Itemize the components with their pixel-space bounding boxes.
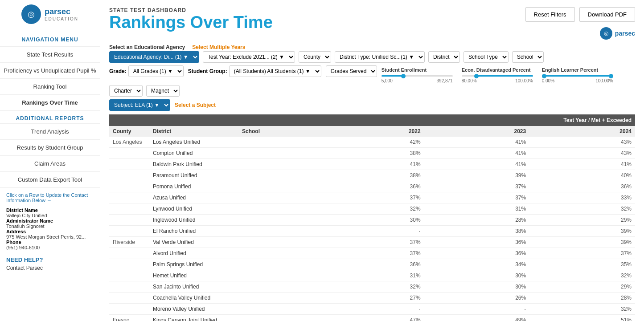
- sidebar-item-trend[interactable]: Trend Analysis: [0, 123, 100, 139]
- econ-thumb[interactable]: [474, 74, 479, 78]
- cell-2024: 39%: [529, 226, 635, 237]
- enrollment-slider: Student Enrollment 5,000 392,871: [381, 67, 453, 83]
- cell-county: [109, 170, 149, 181]
- cell-2022: 47%: [319, 315, 424, 321]
- cell-2023: 39%: [424, 170, 530, 181]
- contact-parsec-link[interactable]: Contact Parsec: [0, 265, 100, 271]
- test-year-header: Test Year / Met + Exceeded: [319, 114, 635, 126]
- address-label: Address: [6, 229, 94, 234]
- subject-row: Subject: ELA (1) ▼ Select a Subject: [109, 99, 635, 111]
- sidebar-item-student-group[interactable]: Results by Student Group: [0, 139, 100, 155]
- table-row[interactable]: Alvord Unified 37% 36% 37%: [109, 248, 635, 259]
- cell-2022: 31%: [319, 270, 424, 281]
- table-row[interactable]: El Rancho Unified - 38% 39%: [109, 226, 635, 237]
- sidebar-item-state-test[interactable]: State Test Results: [0, 46, 100, 62]
- header-right: Reset Filters Download PDF ◎ parsec: [525, 7, 635, 40]
- table-row[interactable]: Moreno Valley Unified - - 32%: [109, 304, 635, 315]
- charter-dropdown[interactable]: Charter: [109, 85, 143, 97]
- cell-2023: 31%: [424, 203, 530, 215]
- select-years-link[interactable]: Select Multiple Years: [192, 44, 245, 50]
- table-row[interactable]: Coachella Valley Unified 27% 26% 28%: [109, 293, 635, 304]
- table-row[interactable]: San Jacinto Unified 32% 30% 29%: [109, 281, 635, 293]
- econ-track[interactable]: [462, 75, 533, 77]
- grade-group: Grade: All Grades (1) ▼: [109, 65, 184, 77]
- cell-district: San Jacinto Unified: [149, 281, 238, 293]
- table-row[interactable]: Pomona Unified 36% 37% 36%: [109, 181, 635, 192]
- sidebar-item-proficiency[interactable]: Proficiency vs Unduplicated Pupil %: [0, 62, 100, 78]
- enrollment-max: 392,871: [437, 78, 453, 83]
- table-row[interactable]: Compton Unified 38% 41% 43%: [109, 148, 635, 159]
- cell-county: [109, 270, 149, 281]
- cell-2023: 41%: [424, 159, 530, 170]
- select-subject-link[interactable]: Select a Subject: [175, 102, 216, 108]
- cell-district: Hemet Unified: [149, 270, 238, 281]
- el-track[interactable]: [542, 75, 613, 77]
- cell-county: [109, 215, 149, 226]
- cell-school: [238, 181, 319, 192]
- table-row[interactable]: Azusa Unified 37% 37% 33%: [109, 192, 635, 203]
- sidebar-item-claim[interactable]: Claim Areas: [0, 155, 100, 171]
- cell-2024: 33%: [529, 192, 635, 203]
- school-dropdown[interactable]: School: [512, 51, 544, 63]
- magnet-dropdown[interactable]: Magnet: [146, 85, 180, 97]
- cell-2024: 28%: [529, 293, 635, 304]
- cell-2024: 39%: [529, 237, 635, 248]
- table-row[interactable]: Los Angeles Los Angeles Unified 42% 41% …: [109, 137, 635, 148]
- col-district: District: [149, 126, 238, 137]
- col-school: School: [238, 126, 319, 137]
- student-group: Student Group: (All Students) All Studen…: [188, 65, 321, 77]
- sidebar-item-rankings-over-time[interactable]: Rankings Over Time: [0, 94, 100, 110]
- table-row[interactable]: Hemet Unified 31% 30% 32%: [109, 270, 635, 281]
- district-dropdown[interactable]: District: [428, 51, 460, 63]
- table-row[interactable]: Paramount Unified 38% 39% 40%: [109, 170, 635, 181]
- cell-2022: 37%: [319, 192, 424, 203]
- sidebar-item-ranking-tool[interactable]: Ranking Tool: [0, 78, 100, 94]
- el-fill: [542, 75, 613, 77]
- cell-school: [238, 170, 319, 181]
- cell-county: [109, 259, 149, 270]
- cell-school: [238, 226, 319, 237]
- cell-county: Fresno: [109, 315, 149, 321]
- table-row[interactable]: Fresno Kings Canyon Joint Unified 47% 49…: [109, 315, 635, 321]
- el-thumb-right[interactable]: [609, 74, 613, 78]
- cell-county: Riverside: [109, 237, 149, 248]
- district-type-dropdown[interactable]: District Type: Unified Sc...(1) ▼: [335, 51, 425, 63]
- grades-served-dropdown[interactable]: Grades Served: [326, 65, 377, 77]
- download-pdf-button[interactable]: Download PDF: [579, 7, 635, 22]
- sidebar-item-export[interactable]: Custom Data Export Tool: [0, 171, 100, 187]
- school-type-dropdown[interactable]: School Type: [464, 51, 509, 63]
- logo-icon: ◎: [21, 4, 41, 24]
- cell-school: [238, 248, 319, 259]
- enrollment-track[interactable]: [381, 75, 453, 77]
- address-value: 975 West Morgan Street Perris, 92...: [6, 234, 94, 240]
- table-row[interactable]: Lynwood Unified 32% 31% 32%: [109, 203, 635, 215]
- el-thumb-left[interactable]: [542, 74, 546, 78]
- agency-dropdown[interactable]: Educational Agency: Di... (1) ▼: [109, 51, 199, 63]
- subject-dropdown[interactable]: Subject: ELA (1) ▼: [109, 99, 170, 111]
- table-row[interactable]: Riverside Val Verde Unified 37% 36% 39%: [109, 237, 635, 248]
- cell-2024: 40%: [529, 170, 635, 181]
- econ-title: Econ. Disadvantaged Percent: [462, 67, 533, 73]
- cell-2024: 32%: [529, 270, 635, 281]
- el-range: 0.00% 100.00%: [542, 78, 613, 83]
- county-dropdown[interactable]: County: [299, 51, 331, 63]
- cell-2023: 37%: [424, 192, 530, 203]
- student-group-dropdown[interactable]: (All Students) All Students (1) ▼: [229, 65, 321, 77]
- cell-2022: 38%: [319, 170, 424, 181]
- sidebar-click-info[interactable]: Click on a Row to Update the Contact Inf…: [0, 187, 100, 207]
- grade-dropdown[interactable]: All Grades (1) ▼: [128, 65, 184, 77]
- arrow-icon: →: [47, 198, 52, 203]
- sidebar: ◎ parsec education NAVIGATION MENU State…: [0, 0, 100, 321]
- admin-value: Tonatiuh Signoret: [6, 223, 94, 229]
- enrollment-thumb[interactable]: [401, 74, 406, 78]
- table-row[interactable]: Inglewood Unified 30% 28% 29%: [109, 215, 635, 226]
- enrollment-title: Student Enrollment: [381, 67, 453, 73]
- econ-slider: Econ. Disadvantaged Percent 80.00% 100.0…: [462, 67, 533, 83]
- table-row[interactable]: Baldwin Park Unified 41% 41% 41%: [109, 159, 635, 170]
- econ-range: 80.00% 100.00%: [462, 78, 533, 83]
- logo-text: parsec education: [45, 7, 78, 21]
- test-year-dropdown[interactable]: Test Year: Exclude 2021... (2) ▼: [203, 51, 295, 63]
- table-row[interactable]: Palm Springs Unified 36% 34% 35%: [109, 259, 635, 270]
- reset-filters-button[interactable]: Reset Filters: [525, 7, 575, 22]
- cell-county: Los Angeles: [109, 137, 149, 148]
